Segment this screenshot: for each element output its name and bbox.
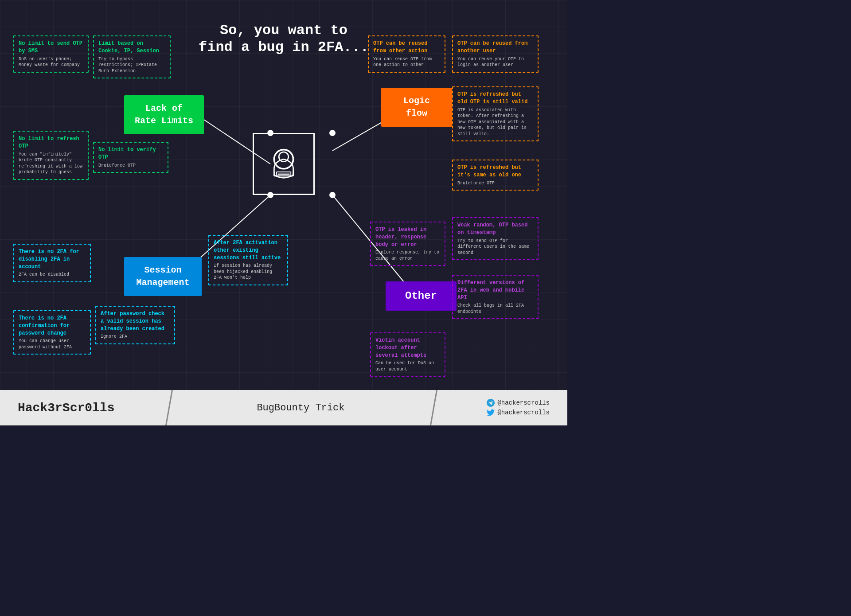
page-title: So, you want to find a bug in 2FA... <box>199 22 369 56</box>
box-no-limit-refresh: No limit to refresh OTP You can "infinit… <box>13 131 89 180</box>
box-account-lockout: Victim account lockout after several att… <box>370 332 445 377</box>
box-no-limit-verify: No limit to verify OTP Bruteforce OTP <box>93 142 168 173</box>
telegram-icon <box>487 399 495 407</box>
category-other: Other <box>386 281 457 311</box>
center-icon <box>253 133 315 195</box>
dot-left-bottom <box>267 192 273 198</box>
dot-right-top <box>329 130 336 136</box>
box-otp-leaked: OTP is leaked in header, response body o… <box>370 222 445 266</box>
dot-right-bottom <box>329 192 336 198</box>
box-no-2fa-disable: There is no 2FA for disabling 2FA in acc… <box>13 244 91 282</box>
category-session-mgmt: Session Management <box>124 257 202 296</box>
footer: Hack3rScr0lls BugBounty Trick @hackerscr… <box>0 390 567 425</box>
hacker-icon <box>264 144 304 184</box>
category-logic-flow: Logic flow <box>381 88 452 127</box>
box-otp-old-valid: OTP is refreshed but old OTP is still va… <box>452 86 539 141</box>
box-session-created: After password check a valid session has… <box>95 306 175 344</box>
box-limit-cookie: Limit based on Cookie, IP, Session Try t… <box>93 35 171 78</box>
dot-left-top <box>267 130 273 136</box>
footer-center: BugBounty Trick <box>257 402 344 413</box>
box-otp-reuse-user: OTP can be reused from another user You … <box>452 35 539 73</box>
box-different-versions: Different versions of 2FA in web and mob… <box>452 275 539 319</box>
box-otp-reuse-action: OTP can be reused from other action You … <box>368 35 445 73</box>
footer-brand: Hack3rScr0lls <box>18 401 114 415</box>
footer-divider1 <box>165 390 173 425</box>
box-weak-random: Weak random, OTP based on timestamp Try … <box>452 217 539 260</box>
footer-social: @hackerscrolls @hackerscrolls <box>487 399 550 417</box>
box-no-2fa-password: There is no 2FA confirmation for passwor… <box>13 310 91 355</box>
category-rate-limits: Lack of Rate Limits <box>124 95 204 134</box>
footer-divider2 <box>430 390 437 425</box>
twitter-icon <box>487 409 495 417</box>
box-existing-sessions: After 2FA activation other existing sess… <box>208 235 288 285</box>
social-twitter: @hackerscrolls <box>487 409 550 417</box>
box-otp-same-old: OTP is refreshed but it's same as old on… <box>452 160 539 191</box>
social-telegram: @hackerscrolls <box>487 399 550 407</box>
main-content: So, you want to find a bug in 2FA... Lac… <box>0 0 567 425</box>
svg-rect-10 <box>277 172 291 176</box>
box-no-limit-sms: No limit to send OTP by SMS DoS on user'… <box>13 35 89 73</box>
